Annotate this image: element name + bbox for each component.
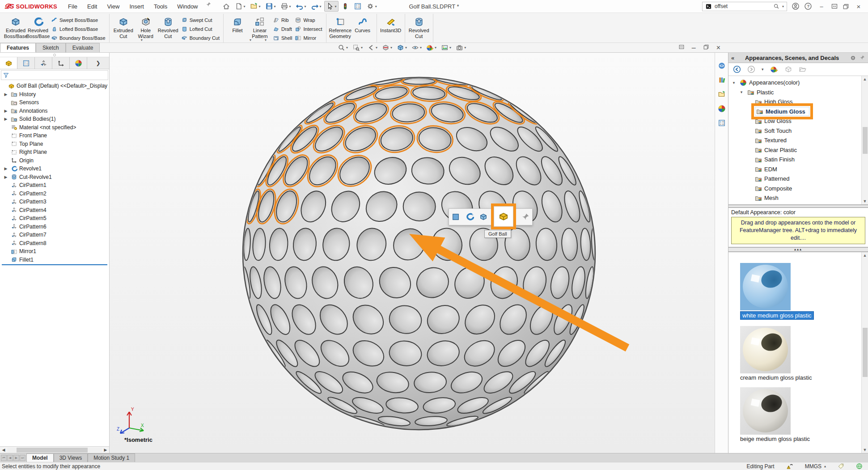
- swept-cut-button[interactable]: Swept Cut: [181, 16, 220, 24]
- forward-icon[interactable]: [747, 65, 755, 73]
- prev-tab-icon[interactable]: ◀: [7, 455, 13, 461]
- extruded-boss-base-button[interactable]: Extruded Boss/Base: [4, 15, 27, 39]
- redo-icon[interactable]: ▾: [309, 1, 323, 12]
- instant3d-button[interactable]: Instant3D: [380, 15, 402, 34]
- appearance-category-medium-gloss[interactable]: Medium Gloss: [728, 107, 868, 117]
- feature-tree-item-annotations[interactable]: ▶AAnnotations: [0, 107, 109, 115]
- feature-revolve-icon[interactable]: [465, 212, 474, 221]
- rebuild-icon[interactable]: [339, 1, 351, 12]
- appearance-category-textured[interactable]: Textured: [728, 135, 868, 145]
- appearance-swatch-cream[interactable]: cream medium gloss plastic: [740, 326, 868, 381]
- appearance-category-low-gloss[interactable]: Low Gloss: [728, 116, 868, 126]
- propertymanager-icon[interactable]: [17, 57, 35, 69]
- gear-icon[interactable]: [850, 55, 856, 61]
- units-selector[interactable]: MMGS ▴: [805, 463, 826, 470]
- part-icon[interactable]: [498, 211, 509, 222]
- layout-icon[interactable]: [831, 3, 838, 10]
- tree-filter-input[interactable]: [1, 70, 108, 80]
- menu-file[interactable]: File: [64, 1, 82, 12]
- feature-tree-item-cirpattern5[interactable]: CirPattern5: [0, 214, 109, 223]
- open-folder-icon[interactable]: [799, 65, 807, 73]
- menu-insert[interactable]: Insert: [125, 1, 148, 12]
- extruded-cut-button[interactable]: Extruded Cut: [112, 15, 135, 39]
- minimize-icon[interactable]: –: [817, 3, 826, 10]
- scroll-down-icon[interactable]: ▼: [863, 448, 867, 452]
- search-dropdown-icon[interactable]: ▾: [782, 4, 784, 8]
- previous-view-icon[interactable]: ▾: [367, 44, 377, 51]
- close-icon[interactable]: ×: [854, 3, 864, 10]
- body-icon[interactable]: [479, 212, 488, 221]
- curves-button[interactable]: Curves: [351, 15, 374, 34]
- search-box[interactable]: offset ▾: [702, 2, 787, 11]
- model-icon[interactable]: [784, 65, 792, 73]
- appearance-category-plastic[interactable]: ▾Plastic: [728, 88, 868, 97]
- feature-tree-item-cirpattern2[interactable]: CirPattern2: [0, 190, 109, 198]
- new-document-icon[interactable]: ▾: [233, 1, 247, 12]
- doc-restore-icon[interactable]: [703, 44, 709, 52]
- units-dropdown-icon[interactable]: ▴: [824, 464, 826, 468]
- pin-icon[interactable]: [859, 55, 865, 61]
- custom-properties-icon[interactable]: [718, 119, 726, 127]
- scroll-up-icon[interactable]: ▲: [863, 253, 867, 258]
- doc-minimize-icon[interactable]: –: [692, 44, 696, 52]
- swatch-thumbnail[interactable]: [740, 387, 791, 435]
- search-input[interactable]: offset: [715, 3, 771, 9]
- appearance-category-patterned[interactable]: Patterned: [728, 174, 868, 184]
- featuremanager-hscrollbar[interactable]: ◀ ▶: [0, 446, 109, 453]
- feature-tree-item-fillet1[interactable]: Fillet1: [0, 256, 109, 264]
- scroll-up-icon[interactable]: ▲: [863, 77, 867, 81]
- open-icon[interactable]: ▾: [248, 1, 263, 12]
- help-icon[interactable]: ?: [804, 2, 812, 10]
- feature-tree-item-origin[interactable]: Origin: [0, 157, 109, 165]
- dropdown-icon[interactable]: ▾: [762, 67, 764, 72]
- display-style-icon[interactable]: ▾: [397, 44, 407, 51]
- menu-window[interactable]: Window: [173, 1, 202, 12]
- swatch-thumbnail[interactable]: [740, 326, 791, 373]
- appearance-category-clear-plastic[interactable]: Clear Plastic: [728, 145, 868, 155]
- section-view-icon[interactable]: ▾: [382, 44, 392, 51]
- rollback-bar[interactable]: [2, 264, 107, 265]
- menu-view[interactable]: View: [102, 1, 124, 12]
- appearance-category-composite[interactable]: Composite: [728, 184, 868, 194]
- quick-tips-icon[interactable]: [856, 463, 863, 470]
- appearance-category-appearances-color-[interactable]: ▾Appearances(color): [728, 78, 868, 88]
- feature-tree-item-material-not-specified-[interactable]: Material <not specified>: [0, 123, 109, 132]
- mirror-button[interactable]: Mirror: [295, 34, 322, 42]
- last-tab-icon[interactable]: ⏭: [20, 455, 25, 461]
- revolved-cut-button[interactable]: Revolved Cut: [408, 15, 430, 39]
- shell-button[interactable]: Shell: [273, 34, 292, 42]
- hole-wizard-button[interactable]: Hole Wizard: [135, 15, 157, 39]
- edit-appearance-icon[interactable]: [770, 65, 778, 73]
- apply-scene-icon[interactable]: ▾: [441, 44, 451, 51]
- next-tab-icon[interactable]: ▶: [13, 455, 19, 461]
- feature-tree-item-cirpattern3[interactable]: CirPattern3: [0, 198, 109, 206]
- swatch-list-scrollbar[interactable]: ▲▼: [861, 252, 868, 453]
- tab-features[interactable]: Features: [0, 43, 36, 52]
- menu-tools[interactable]: Tools: [149, 1, 172, 12]
- scroll-right-icon[interactable]: ▶: [102, 448, 109, 452]
- feature-tree-item-golf-ball-default-default-disp[interactable]: Golf Ball (Default) <<Default>_Display S…: [0, 82, 109, 90]
- appearance-category-mesh[interactable]: Mesh: [728, 193, 868, 203]
- appearance-category-satin-finish[interactable]: Satin Finish: [728, 155, 868, 165]
- user-icon[interactable]: [792, 2, 800, 10]
- feature-tree-item-cirpattern7[interactable]: CirPattern7: [0, 231, 109, 239]
- zoom-fit-icon[interactable]: ▾: [338, 44, 348, 51]
- scroll-left-icon[interactable]: ◀: [0, 448, 7, 452]
- save-icon[interactable]: ▾: [263, 1, 278, 12]
- edit-appearance-icon[interactable]: ▾: [426, 44, 436, 51]
- pane-tabs-overflow-icon[interactable]: ❯: [87, 57, 109, 69]
- feature-tree-item-revolve1[interactable]: ▶Revolve1: [0, 165, 109, 173]
- feature-tree-item-cirpattern6[interactable]: CirPattern6: [0, 223, 109, 231]
- appearance-category-wax[interactable]: Wax: [728, 203, 868, 205]
- hide-items-icon[interactable]: ▾: [411, 44, 422, 51]
- doc-close-icon[interactable]: ×: [716, 44, 720, 52]
- draft-button[interactable]: Draft: [273, 25, 292, 33]
- options-gear-icon[interactable]: ▾: [364, 1, 379, 12]
- swatch-thumbnail[interactable]: [740, 263, 791, 310]
- boundary-boss-base-button[interactable]: Boundary Boss/Base: [51, 34, 106, 42]
- lofted-cut-button[interactable]: Lofted Cut: [181, 25, 220, 33]
- feature-tree-item-history[interactable]: ▶History: [0, 90, 109, 99]
- pin-icon[interactable]: [521, 212, 530, 221]
- appearance-category-edm[interactable]: EDM: [728, 165, 868, 174]
- appearances-tab-icon[interactable]: [718, 105, 726, 113]
